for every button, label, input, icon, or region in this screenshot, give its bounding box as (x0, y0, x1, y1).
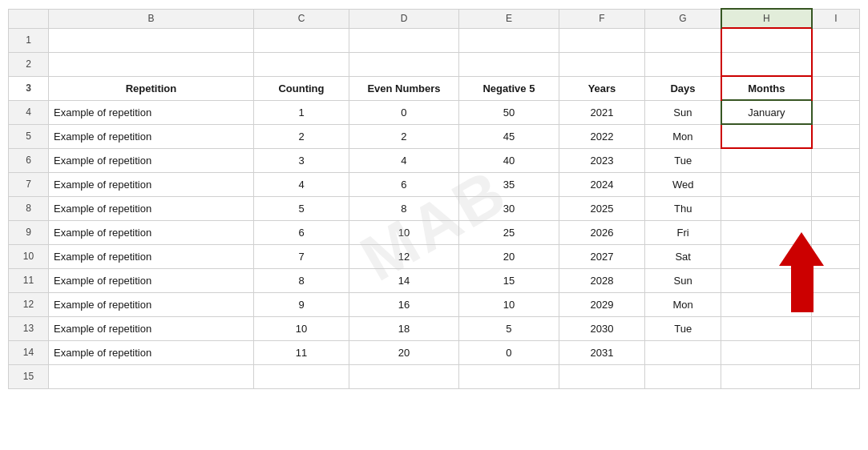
table-row: 8 Example of repetition 5 8 30 2025 Thu (9, 196, 860, 220)
header-repetition: Repetition (49, 76, 254, 100)
table-row: 11 Example of repetition 8 14 15 2028 Su… (9, 268, 860, 292)
col-header-d: D (349, 9, 459, 28)
header-even-numbers: Even Numbers (349, 76, 459, 100)
red-arrow-head (779, 232, 824, 266)
col-header-c: C (253, 9, 349, 28)
table-row: 13 Example of repetition 10 18 5 2030 Tu… (9, 316, 860, 340)
col-header-g: G (645, 9, 721, 28)
red-arrow-shaft (791, 264, 813, 312)
col-header-e: E (458, 9, 559, 28)
row-num-2: 2 (9, 52, 49, 76)
row-num-1: 1 (9, 28, 49, 52)
col-header-h: H (721, 9, 812, 28)
spreadsheet: MAB B C D E F G H I (0, 0, 868, 450)
row-num-3: 3 (9, 76, 49, 100)
row-2: 2 (9, 52, 860, 76)
table-row: 7 Example of repetition 4 6 35 2024 Wed (9, 172, 860, 196)
col-header-i: I (812, 9, 860, 28)
col-header-b: B (49, 9, 254, 28)
row-data-header: 3 Repetition Counting Even Numbers Negat… (9, 76, 860, 100)
header-days: Days (645, 76, 721, 100)
table-row: 4 Example of repetition 1 0 50 2021 Sun … (9, 100, 860, 124)
header-months: Months (721, 76, 812, 100)
row-1: 1 (9, 28, 860, 52)
table-row: 6 Example of repetition 3 4 40 2023 Tue (9, 148, 860, 172)
col-header-f: F (559, 9, 644, 28)
table-row: 9 Example of repetition 6 10 25 2026 Fri (9, 220, 860, 244)
table-row: 10 Example of repetition 7 12 20 2027 Sa… (9, 244, 860, 268)
table-row: 5 Example of repetition 2 2 45 2022 Mon (9, 124, 860, 148)
table-row: 12 Example of repetition 9 16 10 2029 Mo… (9, 292, 860, 316)
row-empty-end: 15 (9, 364, 860, 388)
header-counting: Counting (253, 76, 349, 100)
header-negative5: Negative 5 (458, 76, 559, 100)
col-header-a (9, 9, 49, 28)
table-row: 14 Example of repetition 11 20 0 2031 (9, 340, 860, 364)
column-header-row: B C D E F G H I (9, 9, 860, 28)
spreadsheet-table: B C D E F G H I 1 (8, 8, 860, 389)
header-years: Years (559, 76, 644, 100)
